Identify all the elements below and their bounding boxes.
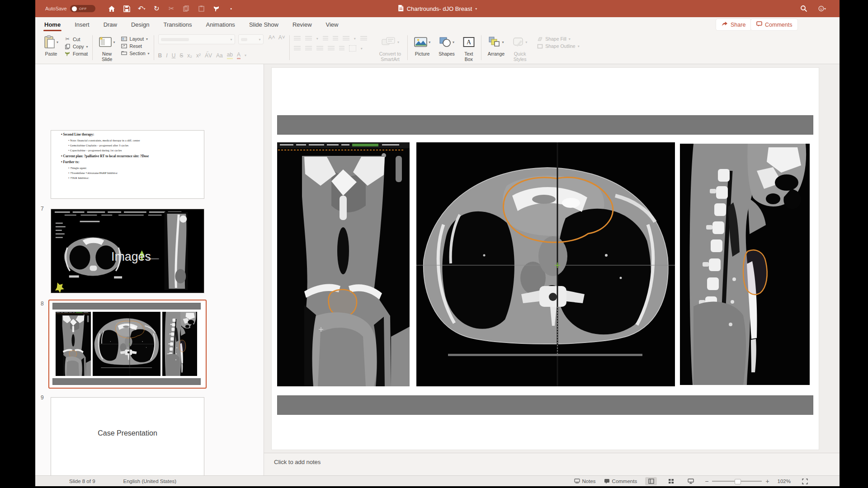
reset-button[interactable]: Reset xyxy=(121,43,150,49)
layout-icon xyxy=(121,37,127,41)
tab-transitions[interactable]: Transitions xyxy=(162,18,193,31)
tab-review[interactable]: Review xyxy=(292,18,313,31)
align-left-icon xyxy=(294,46,301,51)
tab-draw[interactable]: Draw xyxy=(103,18,118,31)
zoom-in-button[interactable]: + xyxy=(765,478,769,484)
paste-button[interactable]: ▾ Paste xyxy=(42,34,61,56)
thumbnail-slide-6[interactable]: Second Line therapy: Note: financial con… xyxy=(51,130,204,199)
ribbon-tab-row: Home Insert Draw Design Transitions Anim… xyxy=(35,17,840,32)
slideshow-view-button[interactable] xyxy=(685,477,697,485)
underline-button: U xyxy=(172,52,176,59)
slide-top-gray-bar[interactable] xyxy=(277,115,813,135)
share-button[interactable]: Share xyxy=(716,19,751,31)
slide-bottom-gray-bar[interactable] xyxy=(277,395,813,415)
copy-button[interactable]: Copy▾ xyxy=(64,44,88,49)
shapes-icon xyxy=(439,37,452,47)
shapes-button[interactable]: ▾ Shapes xyxy=(436,34,457,56)
shape-outline-button: Shape Outline▾ xyxy=(537,43,580,49)
slide-canvas[interactable] xyxy=(272,68,819,450)
comments-bubble-icon xyxy=(604,479,610,484)
thumbnail-slide-9[interactable]: Case Presentation xyxy=(51,397,204,482)
document-title[interactable]: Chartrounds- dJO Breast xyxy=(407,5,472,12)
align-right-icon xyxy=(316,46,323,51)
zoom-percentage[interactable]: 102% xyxy=(778,479,791,484)
change-case-button: Aa xyxy=(216,52,223,59)
account-icon[interactable]: ▾ xyxy=(818,5,826,13)
reset-icon xyxy=(121,44,127,48)
zoom-slider-thumb[interactable] xyxy=(735,479,741,484)
format-painter-icon[interactable] xyxy=(212,5,220,13)
tab-animations[interactable]: Animations xyxy=(205,18,236,31)
picture-button[interactable]: ▾ Picture xyxy=(412,34,433,56)
ct-sagittal-image[interactable] xyxy=(680,144,810,387)
thumb8-coronal xyxy=(56,312,91,376)
title-chevron-icon[interactable]: ▾ xyxy=(475,7,477,11)
ct-coronal-image[interactable] xyxy=(277,142,410,388)
search-icon[interactable] xyxy=(800,5,807,13)
tab-insert[interactable]: Insert xyxy=(74,18,90,31)
new-slide-button[interactable]: ▾ NewSlide xyxy=(97,34,118,62)
autosave-state: OFF xyxy=(79,7,87,11)
new-slide-icon xyxy=(99,37,113,47)
autosave-toggle[interactable]: OFF xyxy=(70,5,95,12)
cut-icon: ✂ xyxy=(168,5,175,13)
strikethrough-button: S xyxy=(179,52,183,59)
save-icon[interactable] xyxy=(123,5,131,13)
zoom-out-button[interactable]: − xyxy=(705,478,708,484)
tab-view[interactable]: View xyxy=(325,18,340,31)
copy-pages-icon xyxy=(64,44,71,49)
tab-design[interactable]: Design xyxy=(130,18,150,31)
format-painter-button[interactable]: Format xyxy=(64,51,88,56)
bold-button: B xyxy=(158,52,162,59)
convert-to-smartart-button: ▾ Convert toSmartArt xyxy=(377,34,403,62)
shape-fill-button: Shape Fill▾ xyxy=(537,36,580,42)
home-icon[interactable] xyxy=(108,5,116,13)
share-icon xyxy=(722,21,728,28)
comments-button[interactable]: Comments xyxy=(750,19,798,31)
shape-outline-icon xyxy=(537,44,543,49)
normal-view-button[interactable] xyxy=(645,477,657,485)
increase-indent-icon xyxy=(333,36,338,41)
comments-toggle[interactable]: Comments xyxy=(604,479,637,484)
slide-9-number: 9 xyxy=(41,394,44,401)
slide-9-title: Case Presentation xyxy=(51,429,204,437)
arrange-button[interactable]: ▾ Arrange xyxy=(486,34,507,56)
section-button[interactable]: Section▾ xyxy=(121,51,150,56)
tab-home[interactable]: Home xyxy=(43,18,61,31)
italic-button: I xyxy=(166,52,167,59)
thumb8-sagittal xyxy=(162,312,197,376)
status-bar: Slide 8 of 9 English (United States) Not… xyxy=(35,475,840,486)
language-indicator[interactable]: English (United States) xyxy=(123,479,177,484)
thumbnail-slide-7[interactable] xyxy=(51,209,204,293)
section-icon xyxy=(121,51,127,56)
quick-styles-button: ▾ QuickStyles xyxy=(510,34,529,62)
fit-slide-button[interactable] xyxy=(799,477,811,485)
slide-sorter-view-button[interactable] xyxy=(665,477,677,485)
shape-fill-icon xyxy=(537,37,543,42)
cut-button[interactable]: ✂Cut xyxy=(64,36,88,42)
slide-counter: Slide 8 of 9 xyxy=(69,479,95,484)
more-commands-dot[interactable]: • xyxy=(227,5,235,13)
align-text-icon xyxy=(349,45,356,52)
notes-pane[interactable]: Click to add notes xyxy=(264,453,840,475)
paste-clipboard-icon xyxy=(44,35,56,49)
zoom-slider[interactable] xyxy=(712,481,762,482)
thumbnail-slide-8-selected[interactable] xyxy=(48,300,207,389)
text-box-button[interactable]: A TextBox xyxy=(461,34,477,62)
picture-icon xyxy=(414,37,428,47)
font-name-combo: ▾ xyxy=(158,34,235,44)
ct-axial-image[interactable] xyxy=(416,142,675,388)
notes-toggle[interactable]: Notes xyxy=(574,479,596,484)
slides-group: ▾ NewSlide Layout▾ Reset Section▾ xyxy=(97,32,150,64)
font-group: ▾ ▾ A˄A˅ B I U S x₂ x² A︠V Aa ab A ▾ xyxy=(158,32,285,64)
font-size-combo: ▾ xyxy=(238,34,264,44)
scissors-icon: ✂ xyxy=(64,36,71,42)
layout-button[interactable]: Layout▾ xyxy=(121,36,150,42)
arrange-group: ▾ Arrange ▾ QuickStyles Shape Fill▾ Shap… xyxy=(486,32,580,64)
zoom-control: − + xyxy=(705,478,769,484)
undo-icon[interactable]: ↶▾ xyxy=(138,5,146,13)
redo-icon[interactable]: ↻ xyxy=(153,5,160,13)
ribbon: ▾ Paste ✂Cut Copy▾ Format ▾ NewSlide Lay… xyxy=(35,32,840,64)
tab-slideshow[interactable]: Slide Show xyxy=(248,18,279,31)
paste-icon xyxy=(198,5,205,13)
